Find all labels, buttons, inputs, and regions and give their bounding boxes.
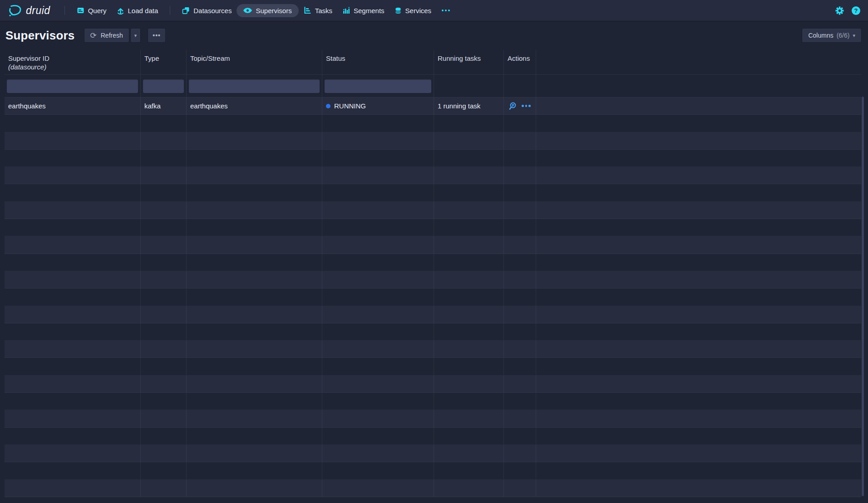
empty-cell <box>322 306 434 323</box>
empty-cell <box>187 288 322 305</box>
empty-cell <box>141 462 187 479</box>
type-filter-input[interactable] <box>143 79 184 93</box>
filter-cell <box>536 75 861 97</box>
empty-cell <box>187 150 322 166</box>
empty-cell <box>504 428 536 444</box>
type-cell[interactable]: kafka <box>141 98 187 114</box>
empty-cell <box>187 167 322 184</box>
row-actions <box>508 102 532 110</box>
nav-item-query[interactable]: Query <box>72 4 112 17</box>
empty-cell <box>322 115 434 132</box>
empty-cell <box>434 236 504 253</box>
empty-cell <box>434 288 504 305</box>
refresh-interval-dropdown-button[interactable]: ▾ <box>130 28 141 43</box>
empty-cell <box>5 428 141 444</box>
magnifying-glass-detail-icon[interactable] <box>508 102 517 110</box>
nav-item-datasources[interactable]: Datasources <box>177 4 237 17</box>
column-header-filler <box>536 50 861 74</box>
column-header-label: Type <box>144 54 159 62</box>
empty-cell <box>187 428 322 444</box>
empty-cell <box>141 132 187 149</box>
empty-cell <box>536 445 861 462</box>
empty-cell <box>322 410 434 427</box>
empty-cell <box>322 271 434 288</box>
empty-cell <box>187 306 322 323</box>
caret-down-icon: ▾ <box>134 33 137 38</box>
empty-cell <box>536 219 861 236</box>
filler-cell <box>536 98 861 114</box>
actions-cell <box>504 98 536 114</box>
table-row-empty <box>5 288 861 306</box>
table-row-empty <box>5 167 861 184</box>
column-header-topic-stream[interactable]: Topic/Stream <box>187 50 322 74</box>
empty-cell <box>141 376 187 392</box>
help-icon[interactable]: ? <box>852 6 860 15</box>
refresh-button[interactable]: ⟳ Refresh <box>84 28 129 43</box>
empty-cell <box>536 254 861 271</box>
empty-cell <box>5 410 141 427</box>
columns-picker-button[interactable]: Columns (6/6) ▾ <box>802 28 862 43</box>
empty-cell <box>504 358 536 375</box>
status-cell[interactable]: RUNNING <box>322 98 434 114</box>
empty-cell <box>504 410 536 427</box>
column-header-actions[interactable]: Actions <box>504 50 536 74</box>
empty-cell <box>322 132 434 149</box>
empty-cell <box>5 393 141 410</box>
status-filter-input[interactable] <box>325 79 431 93</box>
druid-swirl-icon <box>8 4 22 17</box>
empty-cell <box>536 462 861 479</box>
table-row-empty <box>5 184 861 201</box>
nav-item-services[interactable]: Services <box>390 4 437 17</box>
nav-item-segments[interactable]: Segments <box>337 4 390 17</box>
page-title: Supervisors <box>5 29 75 43</box>
column-header-supervisor-id[interactable]: Supervisor ID (datasource) <box>5 50 141 74</box>
empty-cell <box>141 358 187 375</box>
column-header-status[interactable]: Status <box>322 50 434 74</box>
empty-cell <box>504 254 536 271</box>
column-header-label: Running tasks <box>438 54 481 62</box>
empty-cell <box>5 323 141 340</box>
empty-cell <box>322 167 434 184</box>
empty-cell <box>434 358 504 375</box>
empty-cell <box>536 132 861 149</box>
supervisor-id-cell[interactable]: earthquakes <box>5 98 141 114</box>
columns-label: Columns <box>808 32 833 39</box>
nav-item-supervisors[interactable]: Supervisors <box>237 4 298 17</box>
empty-cell <box>434 115 504 132</box>
empty-cell <box>322 341 434 357</box>
empty-cell <box>5 132 141 149</box>
table-row-empty <box>5 445 861 462</box>
empty-cell <box>434 219 504 236</box>
empty-cell <box>322 150 434 166</box>
column-header-running-tasks[interactable]: Running tasks <box>434 50 504 74</box>
column-header-type[interactable]: Type <box>141 50 187 74</box>
empty-cell <box>434 428 504 444</box>
nav-item-tasks[interactable]: Tasks <box>299 4 337 17</box>
table-row-empty <box>5 428 861 445</box>
more-icon[interactable] <box>522 105 531 107</box>
nav-more-icon[interactable] <box>442 10 450 11</box>
running-tasks-cell[interactable]: 1 running task <box>434 98 504 114</box>
empty-cell <box>141 184 187 201</box>
status-running-dot <box>326 104 330 108</box>
more-actions-button[interactable]: ••• <box>148 28 166 43</box>
empty-cell <box>141 410 187 427</box>
table-row-empty <box>5 254 861 271</box>
topic-stream-filter-input[interactable] <box>189 79 320 93</box>
empty-cell <box>141 167 187 184</box>
empty-cell <box>434 393 504 410</box>
empty-cell <box>187 254 322 271</box>
empty-cell <box>434 323 504 340</box>
druid-logo[interactable]: druid <box>8 4 50 17</box>
empty-cell <box>322 184 434 201</box>
empty-cell <box>187 358 322 375</box>
supervisor-id-filter-input[interactable] <box>7 79 138 93</box>
empty-cell <box>536 393 861 410</box>
empty-cell <box>5 376 141 392</box>
empty-cell <box>5 236 141 253</box>
gear-icon[interactable] <box>835 6 844 15</box>
empty-cell <box>434 306 504 323</box>
vertical-scrollbar-thumb[interactable] <box>862 97 864 496</box>
nav-item-load-data[interactable]: Load data <box>112 4 163 17</box>
topic-stream-cell[interactable]: earthquakes <box>187 98 322 114</box>
